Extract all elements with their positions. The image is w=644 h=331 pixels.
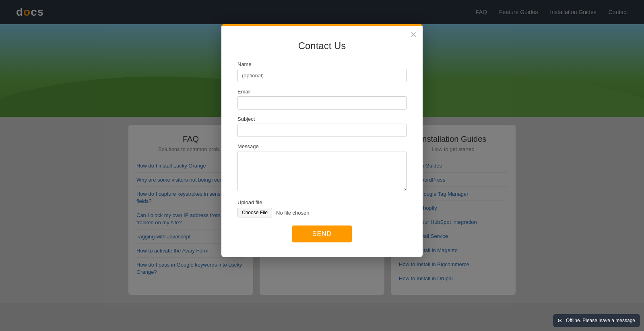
modal-title: Contact Us (237, 40, 407, 52)
name-input[interactable] (237, 69, 407, 82)
name-label: Name (237, 61, 407, 67)
no-file-label: No file chosen (276, 210, 309, 216)
choose-file-button[interactable]: Choose File (237, 208, 272, 217)
message-field-group: Message (237, 143, 407, 193)
subject-field-group: Subject (237, 116, 407, 137)
message-textarea[interactable] (237, 151, 407, 191)
contact-modal: ✕ Contact Us Name Email Subject Message … (221, 24, 423, 257)
upload-label: Upload file (237, 199, 407, 205)
email-label: Email (237, 89, 407, 95)
message-label: Message (237, 143, 407, 149)
modal-close-button[interactable]: ✕ (410, 31, 417, 39)
subject-label: Subject (237, 116, 407, 122)
email-field-group: Email (237, 89, 407, 110)
modal-overlay[interactable]: ✕ Contact Us Name Email Subject Message … (0, 0, 644, 303)
upload-row: Choose File No file chosen (237, 208, 407, 217)
send-button[interactable]: SEND (292, 225, 352, 242)
name-field-group: Name (237, 61, 407, 82)
subject-input[interactable] (237, 124, 407, 137)
email-input[interactable] (237, 96, 407, 110)
upload-section: Upload file Choose File No file chosen (237, 199, 407, 217)
